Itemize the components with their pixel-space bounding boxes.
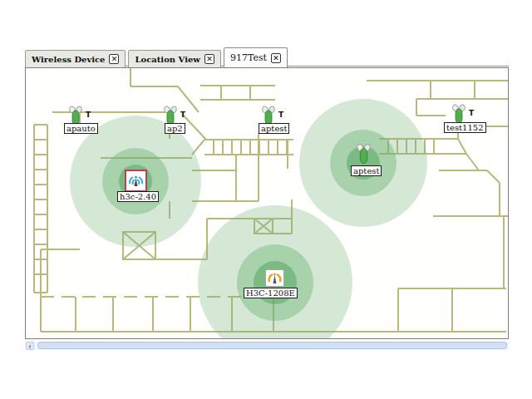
ap-label-apauto[interactable]: apauto bbox=[64, 123, 98, 134]
floor-map-panel[interactable]: T apauto T ap2 T aptest bbox=[25, 67, 509, 339]
scrollbar-thumb[interactable] bbox=[37, 342, 507, 349]
ap-device-h3c-240-selected[interactable] bbox=[125, 170, 147, 192]
tab-wireless-device[interactable]: Wireless Device ✕ bbox=[25, 50, 126, 67]
ap-label-aptest[interactable]: aptest bbox=[351, 165, 382, 176]
close-icon[interactable]: ✕ bbox=[109, 54, 119, 64]
horizontal-scrollbar[interactable] bbox=[25, 342, 509, 350]
close-icon[interactable]: ✕ bbox=[204, 54, 214, 64]
close-icon[interactable]: ✕ bbox=[271, 53, 281, 63]
blue-antenna-icon bbox=[126, 171, 145, 190]
ap-label-test1152[interactable]: test1152 bbox=[444, 122, 486, 133]
tab-917test[interactable]: 917Test ✕ bbox=[224, 47, 288, 67]
ap-label-h3c-1208e[interactable]: H3C-1208E bbox=[244, 288, 298, 298]
tab-label: Wireless Device bbox=[32, 55, 105, 64]
antenna-icon bbox=[451, 104, 466, 124]
t-marker: T bbox=[180, 111, 185, 119]
tab-label: 917Test bbox=[230, 52, 267, 63]
tab-label: Location View bbox=[135, 55, 200, 64]
tab-bar: Wireless Device ✕ Location View ✕ 917Tes… bbox=[25, 47, 290, 67]
t-marker: T bbox=[469, 109, 474, 117]
orange-antenna-icon bbox=[266, 270, 283, 286]
ap-label-ap2[interactable]: ap2 bbox=[165, 123, 185, 134]
t-marker: T bbox=[278, 111, 283, 119]
application-window: Wireless Device ✕ Location View ✕ 917Tes… bbox=[0, 0, 532, 399]
coverage-areas bbox=[70, 99, 427, 339]
ap-label-h3c-240[interactable]: h3c-2.40 bbox=[117, 191, 159, 202]
t-marker: T bbox=[86, 111, 91, 119]
antenna-icon bbox=[356, 143, 372, 165]
scroll-left-arrow-icon[interactable] bbox=[26, 342, 34, 350]
ap-label-aptest-top[interactable]: aptest bbox=[259, 123, 289, 134]
tab-location-view[interactable]: Location View ✕ bbox=[128, 50, 220, 67]
ap-device-h3c-1208e[interactable] bbox=[265, 269, 284, 287]
ap-device-aptest[interactable] bbox=[356, 143, 372, 168]
